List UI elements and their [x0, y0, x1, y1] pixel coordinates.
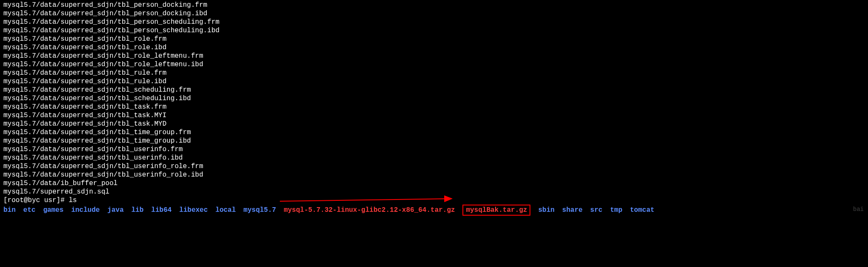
terminal-output-line: mysql5.7/data/superred_sdjn/tbl_userinfo… — [3, 171, 865, 179]
ls-output-line: binetcgamesincludejavaliblib64libexecloc… — [3, 205, 865, 216]
terminal-output-line: mysql5.7/data/superred_sdjn/tbl_role_lef… — [3, 60, 865, 69]
shell-prompt-line[interactable]: [root@byc usr]# ls — [3, 196, 865, 205]
ls-item-src: src — [590, 206, 603, 214]
ls-item-lib: lib — [131, 206, 144, 214]
terminal-output-line: mysql5.7/data/superred_sdjn/tbl_rule.frm — [3, 69, 865, 77]
terminal-output-line: mysql5.7/data/superred_sdjn/tbl_person_s… — [3, 26, 865, 35]
terminal-output: mysql5.7/data/superred_sdjn/tbl_person_d… — [3, 1, 865, 196]
ls-item-java: java — [107, 206, 124, 214]
terminal-output-line: mysql5.7/data/superred_sdjn/tbl_scheduli… — [3, 94, 865, 103]
highlighted-file-box: mysqlBak.tar.gz — [462, 205, 530, 216]
terminal-output-line: mysql5.7/data/superred_sdjn/tbl_userinfo… — [3, 145, 865, 154]
terminal-output-line: mysql5.7/data/superred_sdjn/tbl_time_gro… — [3, 137, 865, 145]
ls-item-mysqlBak-tar-gz: mysqlBak.tar.gz — [466, 206, 527, 214]
ls-item-mysql5-7: mysql5.7 — [243, 206, 276, 214]
ls-item-local: local — [215, 206, 236, 214]
ls-item-mysql-5-7-32-linux-glibc2-12-x86-64-tar-gz: mysql-5.7.32-linux-glibc2.12-x86_64.tar.… — [284, 206, 455, 214]
terminal-output-line: mysql5.7/data/superred_sdjn/tbl_role.ibd — [3, 43, 865, 52]
terminal-output-line: mysql5.7/data/superred_sdjn/tbl_userinfo… — [3, 162, 865, 171]
terminal-output-line: mysql5.7/data/superred_sdjn/tbl_userinfo… — [3, 154, 865, 162]
terminal-output-line: mysql5.7/data/superred_sdjn/tbl_rule.ibd — [3, 77, 865, 86]
terminal-output-line: mysql5.7/data/superred_sdjn/tbl_person_d… — [3, 9, 865, 18]
ls-item-share: share — [562, 206, 583, 214]
ls-item-etc: etc — [23, 206, 36, 214]
ls-item-tomcat: tomcat — [630, 206, 654, 214]
terminal-output-line: mysql5.7/superred_sdjn.sql — [3, 188, 865, 196]
ls-item-lib64: lib64 — [151, 206, 172, 214]
terminal-output-line: mysql5.7/data/superred_sdjn/tbl_task.MYD — [3, 120, 865, 128]
ls-item-include: include — [71, 206, 100, 214]
ls-item-tmp: tmp — [610, 206, 623, 214]
terminal-output-line: mysql5.7/data/superred_sdjn/tbl_person_s… — [3, 18, 865, 26]
shell-prompt: [root@byc usr]# ls — [3, 197, 77, 204]
ls-item-libexec: libexec — [179, 206, 208, 214]
terminal-output-line: mysql5.7/data/superred_sdjn/tbl_task.frm — [3, 103, 865, 111]
terminal-output-line: mysql5.7/data/superred_sdjn/tbl_person_d… — [3, 1, 865, 9]
terminal-output-line: mysql5.7/data/superred_sdjn/tbl_role.frm — [3, 35, 865, 43]
terminal-output-line: mysql5.7/data/superred_sdjn/tbl_task.MYI — [3, 111, 865, 120]
terminal-output-line: mysql5.7/data/superred_sdjn/tbl_scheduli… — [3, 86, 865, 94]
terminal-output-line: mysql5.7/data/superred_sdjn/tbl_role_lef… — [3, 52, 865, 60]
ls-item-bin: bin — [3, 206, 16, 214]
ls-item-sbin: sbin — [538, 206, 554, 214]
terminal-output-line: mysql5.7/data/superred_sdjn/tbl_time_gro… — [3, 128, 865, 137]
terminal-output-line: mysql5.7/data/ib_buffer_pool — [3, 179, 865, 188]
ls-item-games: games — [43, 206, 64, 214]
